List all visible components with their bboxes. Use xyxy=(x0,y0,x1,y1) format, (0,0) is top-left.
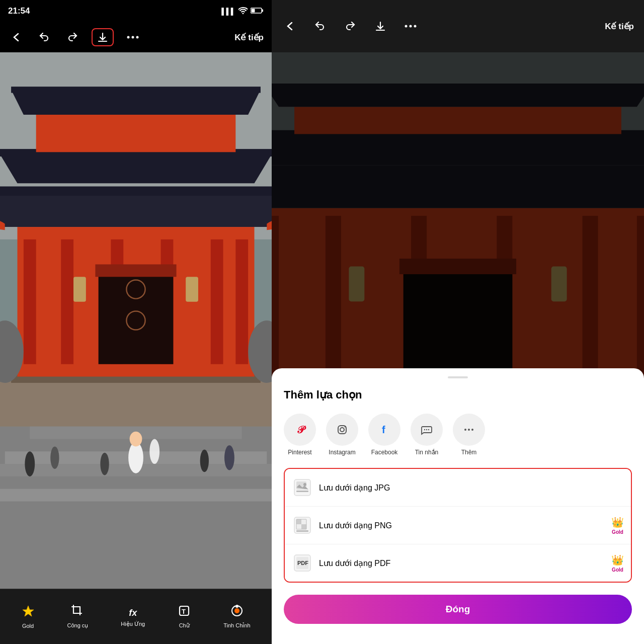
tool-effects-label: Hiệu Ứng xyxy=(121,621,145,627)
svg-point-41 xyxy=(50,446,59,469)
sheet-title: Thêm lựa chọn xyxy=(284,388,632,401)
right-back-button[interactable] xyxy=(282,18,299,35)
svg-rect-9 xyxy=(0,377,272,427)
svg-point-5 xyxy=(136,36,139,39)
status-time: 21:54 xyxy=(8,6,30,16)
redo-button[interactable] xyxy=(63,28,82,46)
tool-text-label: Chữ xyxy=(179,622,190,629)
svg-point-92 xyxy=(424,429,425,430)
svg-point-43 xyxy=(149,439,159,464)
left-toolbar: Kế tiếp xyxy=(0,22,272,52)
svg-point-42 xyxy=(100,453,109,475)
tool-text[interactable]: T Chữ xyxy=(178,604,191,629)
svg-point-101 xyxy=(303,483,306,486)
messages-icon xyxy=(411,414,443,446)
facebook-icon: f xyxy=(368,414,400,446)
undo-button[interactable] xyxy=(35,28,53,46)
svg-point-47 xyxy=(130,432,142,447)
svg-point-46 xyxy=(128,442,143,473)
more-share-label: Thêm xyxy=(461,449,477,456)
svg-rect-68 xyxy=(272,165,644,175)
svg-text:T: T xyxy=(182,608,186,615)
svg-point-88 xyxy=(345,426,346,428)
right-panel: Kế tiếp xyxy=(272,0,644,644)
crown-icon: 👑 xyxy=(611,516,624,528)
png-gold-badge: 👑 Gold xyxy=(611,516,624,535)
instagram-label: Instagram xyxy=(329,449,355,456)
right-undo-button[interactable] xyxy=(311,17,329,35)
svg-rect-2 xyxy=(252,9,255,12)
gold-label: Gold xyxy=(612,529,623,535)
svg-rect-31 xyxy=(11,87,261,93)
svg-point-44 xyxy=(200,450,209,472)
save-pdf-button[interactable]: PDF Lưu dưới dạng PDF 👑 Gold xyxy=(285,544,631,582)
save-jpg-label: Lưu dưới dạng JPG xyxy=(319,483,390,493)
next-button[interactable]: Kế tiếp xyxy=(234,32,264,43)
svg-rect-109 xyxy=(296,530,308,532)
share-more[interactable]: Thêm xyxy=(453,414,485,456)
tool-adjust[interactable]: Tinh Chỉnh xyxy=(223,604,250,629)
svg-rect-78 xyxy=(551,267,567,302)
save-png-button[interactable]: Lưu dưới dạng PNG 👑 Gold xyxy=(285,506,631,544)
svg-rect-22 xyxy=(211,239,223,364)
tool-effects[interactable]: fx Hiệu Ứng xyxy=(121,606,145,627)
right-redo-button[interactable] xyxy=(341,17,359,35)
svg-point-96 xyxy=(464,429,466,431)
right-next-button[interactable]: Kế tiếp xyxy=(605,21,634,32)
svg-point-94 xyxy=(428,429,429,430)
svg-rect-38 xyxy=(73,277,86,302)
tool-crop-label: Công cụ xyxy=(67,622,89,629)
share-messages[interactable]: Tin nhắn xyxy=(411,414,443,456)
svg-rect-16 xyxy=(0,489,272,502)
svg-rect-15 xyxy=(0,476,272,489)
svg-rect-39 xyxy=(186,277,198,302)
svg-rect-26 xyxy=(0,187,272,196)
more-share-icon xyxy=(453,414,485,446)
pinterest-icon: 𝒫 xyxy=(284,414,316,446)
download-button[interactable] xyxy=(92,28,114,46)
svg-rect-19 xyxy=(61,239,73,364)
left-bottom-bar: Gold Công cụ fx Hiệu Ứng T xyxy=(0,589,272,644)
effects-icon: fx xyxy=(129,606,137,619)
svg-point-3 xyxy=(127,36,130,39)
tool-gold[interactable]: Gold xyxy=(22,605,35,629)
text-icon: T xyxy=(178,604,191,620)
svg-point-45 xyxy=(224,445,234,470)
more-button[interactable] xyxy=(124,32,142,43)
tool-crop[interactable]: Công cụ xyxy=(67,604,89,629)
share-pinterest[interactable]: 𝒫 Pinterest xyxy=(284,414,316,456)
svg-rect-1 xyxy=(262,9,264,12)
save-png-label: Lưu dưới dạng PNG xyxy=(319,521,392,530)
svg-rect-105 xyxy=(301,519,306,524)
right-download-button[interactable] xyxy=(371,17,389,35)
save-options: Lưu dưới dạng JPG Lưu dưới xyxy=(284,468,632,583)
svg-rect-77 xyxy=(349,267,364,302)
save-jpg-button[interactable]: Lưu dưới dạng JPG xyxy=(285,469,631,506)
left-panel: 21:54 ▌▌▌ xyxy=(0,0,272,644)
pdf-gold-label: Gold xyxy=(612,567,623,573)
pdf-icon: PDF xyxy=(293,553,312,573)
svg-rect-106 xyxy=(296,524,301,529)
left-image-area xyxy=(0,52,272,589)
svg-point-55 xyxy=(414,25,417,28)
svg-point-98 xyxy=(471,429,473,431)
back-button[interactable] xyxy=(8,29,25,46)
svg-text:f: f xyxy=(382,424,385,435)
right-more-button[interactable] xyxy=(401,21,420,32)
crop-icon xyxy=(71,604,84,620)
svg-rect-71 xyxy=(294,107,621,134)
svg-point-85 xyxy=(335,422,350,437)
svg-rect-104 xyxy=(296,519,301,524)
svg-marker-27 xyxy=(0,152,272,183)
messages-label: Tin nhắn xyxy=(415,449,439,456)
svg-rect-107 xyxy=(301,524,306,529)
share-facebook[interactable]: f Facebook xyxy=(368,414,400,456)
share-icons-row: 𝒫 Pinterest Instagram xyxy=(284,414,632,456)
tool-adjust-label: Tinh Chỉnh xyxy=(223,622,250,629)
pdf-crown-icon: 👑 xyxy=(611,554,624,566)
wifi-icon xyxy=(238,7,248,16)
close-button[interactable]: Đóng xyxy=(284,595,632,624)
svg-rect-18 xyxy=(24,239,36,364)
share-instagram[interactable]: Instagram xyxy=(326,414,358,456)
svg-marker-72 xyxy=(272,84,644,107)
